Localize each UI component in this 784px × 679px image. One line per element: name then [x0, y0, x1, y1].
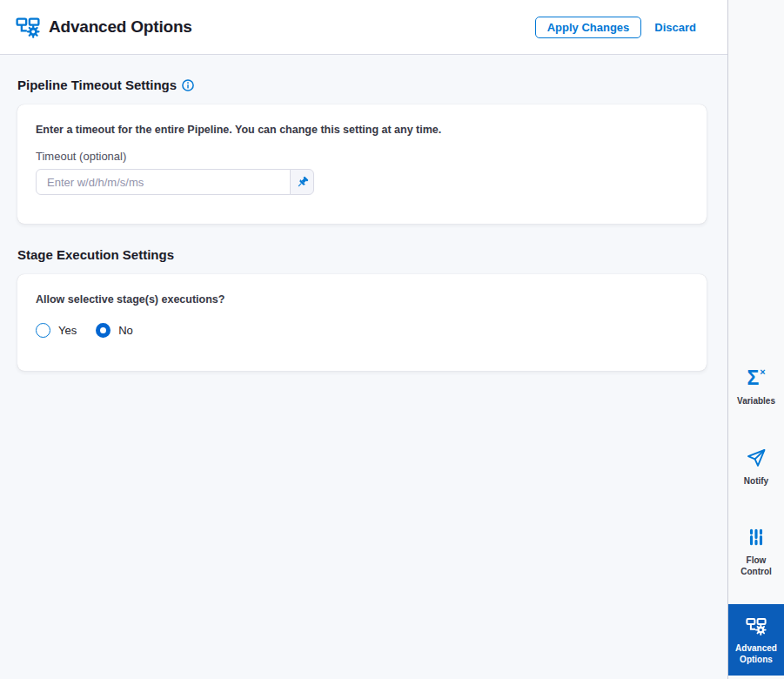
radio-yes-label[interactable]: Yes: [58, 324, 77, 337]
sidebar-item-notify[interactable]: Notify: [728, 447, 784, 487]
sigma-x-icon: Σ×: [747, 367, 765, 388]
sliders-icon: [747, 527, 766, 548]
info-icon[interactable]: [182, 79, 194, 91]
timeout-section-heading: Pipeline Timeout Settings: [17, 77, 707, 92]
timeout-input[interactable]: [36, 169, 291, 195]
content-area: Pipeline Timeout Settings Enter a timeou…: [0, 55, 727, 679]
sidebar-item-label: Flow Control: [728, 555, 784, 577]
sidebar-item-label: Variables: [734, 396, 779, 407]
stage-execution-card: Allow selective stage(s) executions? Yes…: [17, 274, 707, 371]
main-column: Advanced Options Apply Changes Discard P…: [0, 0, 727, 679]
radio-no-label[interactable]: No: [118, 324, 133, 337]
advanced-options-panel: Advanced Options Apply Changes Discard P…: [0, 0, 784, 679]
pipeline-gear-icon: [16, 15, 40, 39]
selective-execution-question: Allow selective stage(s) executions?: [36, 293, 688, 306]
timeout-settings-card: Enter a timeout for the entire Pipeline.…: [17, 104, 707, 224]
page-title: Advanced Options: [49, 17, 192, 37]
selective-execution-radio-group: Yes No: [36, 323, 688, 338]
stage-section-heading: Stage Execution Settings: [17, 247, 707, 262]
timeout-description: Enter a timeout for the entire Pipeline.…: [36, 124, 688, 136]
timeout-input-group: [36, 169, 314, 195]
fixed-value-pin-button[interactable]: [290, 169, 314, 195]
sidebar-item-advanced-options-active[interactable]: Advanced Options: [728, 604, 784, 676]
sidebar-item-label: Notify: [740, 476, 772, 487]
right-toolbar: Σ× Variables Notify Flow Control: [727, 0, 784, 679]
radio-yes[interactable]: [36, 323, 50, 338]
timeout-heading-text: Pipeline Timeout Settings: [17, 77, 177, 92]
panel-header: Advanced Options Apply Changes Discard: [0, 0, 727, 55]
stage-heading-text: Stage Execution Settings: [17, 247, 174, 262]
discard-button[interactable]: Discard: [654, 21, 696, 34]
sidebar-item-label: Advanced Options: [728, 643, 784, 665]
paper-plane-icon: [746, 447, 767, 468]
pipeline-gear-icon: [746, 615, 767, 636]
sidebar-item-variables[interactable]: Σ× Variables: [728, 367, 784, 407]
radio-no[interactable]: [96, 323, 111, 338]
apply-changes-button[interactable]: Apply Changes: [535, 17, 642, 38]
sidebar-item-flow-control[interactable]: Flow Control: [728, 527, 784, 577]
timeout-field-label: Timeout (optional): [36, 150, 688, 163]
